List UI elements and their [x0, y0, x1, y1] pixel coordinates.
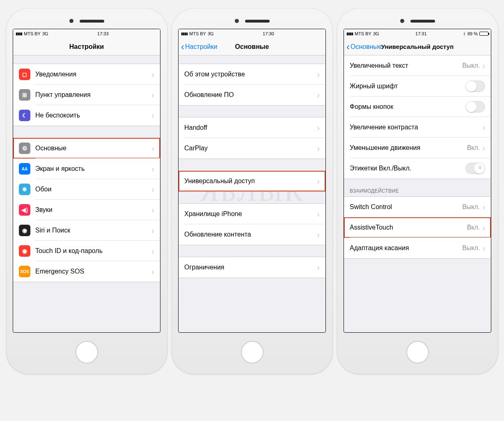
row-value: Выкл. — [462, 244, 480, 252]
chevron-right-icon: › — [482, 123, 485, 132]
row-label: Этикетки Вкл./Выкл. — [350, 165, 411, 172]
list-item[interactable]: Увеличение контраста› — [344, 117, 491, 138]
phone-mockup-1: ▮▮▮▮ MTS BY 3G 17:33 Настройки ◻Уведомле… — [6, 8, 167, 374]
aa-icon: AA — [19, 163, 30, 175]
toggle-switch[interactable] — [465, 81, 485, 92]
section-header-interaction: ВЗАИМОДЕЙСТВИЕ — [344, 179, 491, 196]
toggle-switch[interactable] — [465, 101, 485, 113]
home-button[interactable] — [406, 341, 429, 363]
nav-bar: Настройки — [13, 38, 160, 55]
list-item[interactable]: AssistiveTouchВкл.› — [344, 217, 491, 238]
list-item[interactable]: Этикетки Вкл./Выкл. — [344, 158, 491, 179]
phone-mockup-2: ▮▮▮▮ MTS BY 3G 17:30 ‹Настройки Основные… — [172, 8, 333, 374]
chevron-right-icon: › — [482, 244, 485, 253]
chevron-right-icon: › — [317, 177, 320, 186]
row-label: Адаптация касания — [350, 244, 409, 252]
list-item[interactable]: Увеличенный текстВыкл.› — [344, 55, 491, 76]
list-item[interactable]: Обновление контента› — [179, 224, 325, 245]
settings-group-1: ◻Уведомления›⊞Пункт управления›☾Не беспо… — [13, 64, 160, 126]
list-item[interactable]: Уменьшение движенияВкл.› — [344, 138, 491, 158]
list-item[interactable]: ❋Обои› — [13, 179, 160, 200]
row-label: Обои — [35, 186, 51, 193]
flower-icon: ❋ — [19, 184, 30, 195]
list-item[interactable]: ⊞Пункт управления› — [13, 85, 160, 105]
chevron-right-icon: › — [151, 144, 154, 153]
back-button[interactable]: ‹Основные — [346, 42, 382, 52]
chevron-left-icon: ‹ — [181, 42, 184, 52]
list-item[interactable]: Об этом устройстве› — [179, 64, 325, 85]
row-label: Увеличенный текст — [350, 62, 408, 69]
page-title: Универсальный доступ — [381, 43, 454, 50]
back-label: Настройки — [185, 43, 217, 51]
list-item[interactable]: ☾Не беспокоить› — [13, 105, 160, 126]
list-item[interactable]: ⚙Основные› — [13, 138, 160, 159]
list-item[interactable]: SOSEmergency SOS› — [13, 261, 160, 282]
list-item[interactable]: CarPlay› — [179, 138, 325, 159]
general-group-4: Хранилище iPhone›Обновление контента› — [179, 203, 325, 245]
chevron-right-icon: › — [151, 226, 154, 235]
list-item[interactable]: Handoff› — [179, 117, 325, 138]
row-label: Не беспокоить — [35, 112, 80, 119]
row-value: Выкл. — [462, 203, 480, 211]
list-item[interactable]: ◻Уведомления› — [13, 64, 160, 85]
row-label: Основные — [35, 145, 66, 152]
list-item[interactable]: Ограничения› — [179, 257, 325, 278]
row-label: Формы кнопок — [350, 103, 393, 110]
chevron-right-icon: › — [482, 223, 485, 232]
network-label: 3G — [208, 31, 214, 36]
back-button[interactable]: ‹Настройки — [181, 42, 217, 52]
signal-icon: ▮▮▮▮ — [181, 32, 188, 36]
nav-bar: ‹Настройки Основные — [179, 38, 325, 55]
general-group-2: Handoff›CarPlay› — [179, 117, 325, 159]
home-button[interactable] — [241, 341, 263, 363]
list-item[interactable]: ◀)Звуки› — [13, 200, 160, 220]
camera-icon — [235, 19, 239, 23]
control-icon: ⊞ — [19, 89, 30, 101]
list-item[interactable]: ◉Touch ID и код-пароль› — [13, 241, 160, 261]
signal-icon: ▮▮▮▮ — [346, 32, 353, 36]
chevron-right-icon: › — [482, 143, 485, 153]
row-label: Уведомления — [35, 71, 76, 78]
list-item[interactable]: ◉Siri и Поиск› — [13, 220, 160, 241]
general-group-1: Об этом устройстве›Обновление ПО› — [179, 64, 325, 106]
camera-icon — [400, 19, 404, 23]
row-label: Emergency SOS — [35, 268, 84, 275]
row-label: Обновление контента — [184, 231, 251, 238]
chevron-right-icon: › — [482, 202, 485, 212]
battery-percent: 89 % — [467, 31, 478, 36]
row-label: Универсальный доступ — [184, 177, 255, 185]
camera-icon — [69, 19, 73, 23]
row-label: Ограничения — [184, 264, 225, 271]
list-item[interactable]: Switch ControlВыкл.› — [344, 197, 491, 217]
page-title: Настройки — [69, 43, 104, 51]
bluetooth-icon: ᚼ — [463, 31, 466, 36]
row-label: Switch Control — [350, 203, 392, 211]
row-label: Экран и яркость — [35, 165, 85, 173]
chevron-right-icon: › — [151, 164, 154, 174]
row-label: Обновление ПО — [184, 91, 234, 99]
chevron-right-icon: › — [151, 70, 154, 79]
chevron-right-icon: › — [151, 90, 154, 100]
list-item[interactable]: Хранилище iPhone› — [179, 204, 325, 224]
list-item[interactable]: Обновление ПО› — [179, 85, 325, 105]
status-bar: ▮▮▮▮ MTS BY 3G 17:31 ᚼ 89 % — [344, 29, 491, 38]
phone-mockup-3: ▮▮▮▮ MTS BY 3G 17:31 ᚼ 89 % ‹Основные Ун… — [337, 8, 498, 374]
row-label: Handoff — [184, 124, 207, 131]
bell-icon: ◻ — [19, 69, 30, 80]
list-item[interactable]: Формы кнопок — [344, 97, 491, 117]
row-label: Увеличение контраста — [350, 124, 418, 131]
home-button[interactable] — [76, 341, 98, 363]
row-label: Touch ID и код-пароль — [35, 247, 103, 255]
list-item[interactable]: AAЭкран и яркость› — [13, 159, 160, 179]
accessibility-group-1: Увеличенный текстВыкл.›Жирный шрифтФормы… — [344, 55, 491, 179]
list-item[interactable]: Адаптация касанияВыкл.› — [344, 238, 491, 258]
time-label: 17:33 — [97, 31, 109, 36]
list-item[interactable]: Универсальный доступ› — [179, 171, 325, 191]
list-item[interactable]: Жирный шрифт — [344, 76, 491, 97]
toggle-switch[interactable] — [465, 163, 485, 174]
speaker-slot — [245, 20, 270, 23]
chevron-right-icon: › — [151, 111, 154, 120]
time-label: 17:31 — [415, 31, 427, 36]
chevron-right-icon: › — [151, 246, 154, 256]
accessibility-group-2: Switch ControlВыкл.›AssistiveTouchВкл.›А… — [344, 196, 491, 259]
